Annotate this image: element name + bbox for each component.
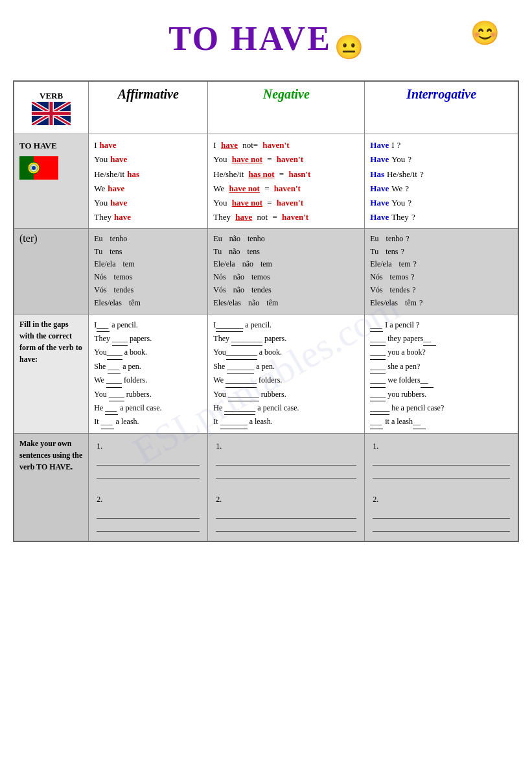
list-item: We ________ folders. xyxy=(213,373,359,387)
fill-label-cell: Fill in the gaps with the correct form o… xyxy=(14,314,89,433)
list-item: It _______ a leash. xyxy=(213,415,359,429)
svg-rect-8 xyxy=(50,102,53,125)
fill-instruction: Fill in the gaps with the correct form o… xyxy=(19,318,83,365)
emoji2: 😊 xyxy=(470,19,500,47)
list-item: ___ it a leash__ xyxy=(370,415,513,429)
header-row: VERB Affirmative Negative xyxy=(14,81,518,134)
interrogative-header: Interrogative xyxy=(365,81,518,134)
fill-interrogative: ___ I a pencil ? ____ they papers__ ____… xyxy=(365,314,518,433)
fill-gaps-row: Fill in the gaps with the correct form o… xyxy=(14,314,518,433)
svg-point-13 xyxy=(32,166,36,170)
list-item: We ____ folders. xyxy=(94,373,202,387)
sentence-line-2a xyxy=(97,508,200,519)
pt-negative: Eu não tenho Tu não tens Ele/ela não tem… xyxy=(208,228,365,314)
pt-interrogative: Eu tenho? Tu tens? Ele/ela tem? Nós temo… xyxy=(365,228,518,314)
ter-label: (ter) xyxy=(19,233,38,244)
fill-affirmative: I___ a pencil. They ____ papers. You____… xyxy=(89,314,208,433)
list-item: ___ I a pencil ? xyxy=(370,318,513,332)
list-item: He ___ a pencil case. xyxy=(94,401,202,415)
list-item: _____ he a pencil case? xyxy=(370,401,513,415)
affirmative-conj-table: Ihave Youhave He/she/ithas Wehave Youhav… xyxy=(94,138,202,224)
list-item: They ________ papers. xyxy=(213,332,359,346)
verb-col-label: VERB xyxy=(40,91,63,101)
ter-cell: (ter) xyxy=(14,228,89,314)
make-instruction: Make your own sentences using the verb T… xyxy=(19,438,83,473)
sentence-line-neg-2a xyxy=(216,508,356,519)
sentence-line-int-2a xyxy=(373,508,510,519)
list-item: You________ a book. xyxy=(213,346,359,359)
to-have-label: TO HAVE xyxy=(19,141,83,151)
make-content-aff: 1. 2. xyxy=(94,438,202,538)
uk-flag-icon xyxy=(32,102,71,125)
list-item: She _______ a pen. xyxy=(213,360,359,373)
sentence-line-neg-2b xyxy=(216,521,356,532)
page-header: TO HAVE 😐 😊 xyxy=(13,13,519,67)
main-table: VERB Affirmative Negative xyxy=(13,80,519,542)
emoji1: 😐 xyxy=(334,34,364,60)
list-item: ____ you a book? xyxy=(370,346,513,359)
list-item: You ________ rubbers. xyxy=(213,388,359,401)
make-content-int: 1. 2. xyxy=(370,438,513,538)
verb-cell-english: TO HAVE xyxy=(14,134,89,229)
negative-header: Negative xyxy=(208,81,365,134)
pt-flag-icon xyxy=(19,156,58,180)
list-item: It ___ a leash. xyxy=(94,415,202,429)
sentence-line-int-1b xyxy=(373,468,510,479)
pt-affirmative: Eu tenho Tu tens Ele/ela tem Nós temos V… xyxy=(89,228,208,314)
make-label-cell: Make your own sentences using the verb T… xyxy=(14,433,89,541)
portuguese-row: (ter) Eu tenho Tu tens Ele/ela tem Nós t… xyxy=(14,228,518,314)
sentence-line-neg-1a xyxy=(216,455,356,466)
negative-conj-table: I have not= haven't You have not = haven… xyxy=(213,138,359,224)
sentence-line-neg-1b xyxy=(216,468,356,479)
make-negative: 1. 2. xyxy=(208,433,365,541)
interrogative-english: HaveI? HaveYou? HasHe/she/it? HaveWe? Ha… xyxy=(365,134,518,229)
sentence-line-int-1a xyxy=(373,455,510,466)
list-item: He ________ a pencil case. xyxy=(213,401,359,415)
sentence-line-1b xyxy=(97,468,200,479)
page-title: TO HAVE xyxy=(168,19,332,58)
list-item: I_______ a pencil. xyxy=(213,318,359,332)
list-item: ____ you rubbers. xyxy=(370,388,513,401)
list-item: ____ they papers__ xyxy=(370,332,513,346)
list-item: They ____ papers. xyxy=(94,332,202,346)
affirmative-header: Affirmative xyxy=(89,81,208,134)
list-item: You ____ rubbers. xyxy=(94,388,202,401)
make-interrogative: 1. 2. xyxy=(365,433,518,541)
make-affirmative: 1. 2. xyxy=(89,433,208,541)
list-item: ____ we folders__ xyxy=(370,373,513,387)
list-item: She ___ a pen. xyxy=(94,360,202,373)
negative-english: I have not= haven't You have not = haven… xyxy=(208,134,365,229)
interrogative-conj-table: HaveI? HaveYou? HasHe/she/it? HaveWe? Ha… xyxy=(370,138,513,224)
list-item: ____ she a pen? xyxy=(370,360,513,373)
make-content-neg: 1. 2. xyxy=(213,438,359,538)
affirmative-english: Ihave Youhave He/she/ithas Wehave Youhav… xyxy=(89,134,208,229)
english-row: TO HAVE Ihave Youhave He/she/ithas We xyxy=(14,134,518,229)
sentence-line-1a xyxy=(97,455,200,466)
sentence-line-int-2b xyxy=(373,521,510,532)
verb-header: VERB xyxy=(14,81,89,134)
make-sentences-row: Make your own sentences using the verb T… xyxy=(14,433,518,541)
fill-negative: I_______ a pencil. They ________ papers.… xyxy=(208,314,365,433)
list-item: You____ a book. xyxy=(94,346,202,359)
list-item: I___ a pencil. xyxy=(94,318,202,332)
sentence-line-2b xyxy=(97,521,200,532)
